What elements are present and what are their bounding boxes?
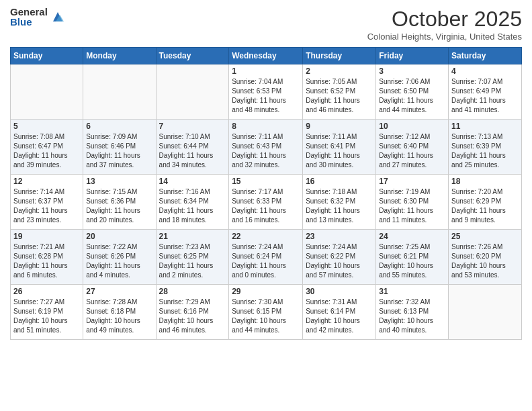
day-cell: 7Sunrise: 7:10 AM Sunset: 6:44 PM Daylig… <box>156 120 229 175</box>
day-cell: 16Sunrise: 7:18 AM Sunset: 6:32 PM Dayli… <box>303 175 376 230</box>
day-info: Sunrise: 7:16 AM Sunset: 6:34 PM Dayligh… <box>159 187 226 225</box>
day-info: Sunrise: 7:29 AM Sunset: 6:16 PM Dayligh… <box>159 298 226 335</box>
day-number: 12 <box>13 177 80 186</box>
day-cell: 31Sunrise: 7:32 AM Sunset: 6:13 PM Dayli… <box>376 285 449 340</box>
day-number: 14 <box>159 177 226 186</box>
day-number: 23 <box>306 232 373 241</box>
day-number: 16 <box>306 177 373 186</box>
day-number: 6 <box>86 122 152 131</box>
day-number: 5 <box>13 122 80 131</box>
col-tuesday: Tuesday <box>156 48 229 64</box>
day-cell: 19Sunrise: 7:21 AM Sunset: 6:28 PM Dayli… <box>11 230 83 285</box>
day-number: 30 <box>306 287 373 296</box>
calendar-table: Sunday Monday Tuesday Wednesday Thursday… <box>10 47 522 340</box>
day-cell: 24Sunrise: 7:25 AM Sunset: 6:21 PM Dayli… <box>376 230 449 285</box>
day-cell: 22Sunrise: 7:24 AM Sunset: 6:24 PM Dayli… <box>229 230 303 285</box>
day-cell: 30Sunrise: 7:31 AM Sunset: 6:14 PM Dayli… <box>303 285 376 340</box>
day-number: 26 <box>13 287 80 296</box>
day-info: Sunrise: 7:30 AM Sunset: 6:15 PM Dayligh… <box>232 298 300 335</box>
day-info: Sunrise: 7:18 AM Sunset: 6:32 PM Dayligh… <box>306 187 373 225</box>
day-cell: 13Sunrise: 7:15 AM Sunset: 6:36 PM Dayli… <box>83 175 156 230</box>
week-row-1: 5Sunrise: 7:08 AM Sunset: 6:47 PM Daylig… <box>11 120 522 175</box>
day-cell <box>156 64 229 120</box>
day-number: 21 <box>159 232 226 241</box>
day-cell: 18Sunrise: 7:20 AM Sunset: 6:29 PM Dayli… <box>449 175 522 230</box>
day-info: Sunrise: 7:08 AM Sunset: 6:47 PM Dayligh… <box>13 132 80 170</box>
day-cell: 3Sunrise: 7:06 AM Sunset: 6:50 PM Daylig… <box>376 64 449 120</box>
day-cell: 29Sunrise: 7:30 AM Sunset: 6:15 PM Dayli… <box>229 285 303 340</box>
day-info: Sunrise: 7:24 AM Sunset: 6:22 PM Dayligh… <box>306 242 373 280</box>
day-info: Sunrise: 7:28 AM Sunset: 6:18 PM Dayligh… <box>86 298 152 335</box>
day-info: Sunrise: 7:17 AM Sunset: 6:33 PM Dayligh… <box>232 187 300 225</box>
day-number: 31 <box>379 287 445 296</box>
week-row-2: 12Sunrise: 7:14 AM Sunset: 6:37 PM Dayli… <box>11 175 522 230</box>
day-cell: 11Sunrise: 7:13 AM Sunset: 6:39 PM Dayli… <box>449 120 522 175</box>
day-cell: 21Sunrise: 7:23 AM Sunset: 6:25 PM Dayli… <box>156 230 229 285</box>
day-info: Sunrise: 7:14 AM Sunset: 6:37 PM Dayligh… <box>13 187 80 225</box>
day-cell <box>11 64 83 120</box>
day-info: Sunrise: 7:15 AM Sunset: 6:36 PM Dayligh… <box>86 187 152 225</box>
day-info: Sunrise: 7:06 AM Sunset: 6:50 PM Dayligh… <box>379 77 445 115</box>
day-number: 10 <box>379 122 445 131</box>
day-info: Sunrise: 7:09 AM Sunset: 6:46 PM Dayligh… <box>86 132 152 170</box>
header-row: Sunday Monday Tuesday Wednesday Thursday… <box>11 48 522 64</box>
col-wednesday: Wednesday <box>229 48 303 64</box>
logo-text: General Blue <box>10 7 48 27</box>
day-number: 4 <box>451 66 519 76</box>
day-cell: 20Sunrise: 7:22 AM Sunset: 6:26 PM Dayli… <box>83 230 156 285</box>
day-number: 19 <box>13 232 80 241</box>
day-info: Sunrise: 7:19 AM Sunset: 6:30 PM Dayligh… <box>379 187 445 225</box>
day-info: Sunrise: 7:31 AM Sunset: 6:14 PM Dayligh… <box>306 298 373 335</box>
day-cell: 23Sunrise: 7:24 AM Sunset: 6:22 PM Dayli… <box>303 230 376 285</box>
day-info: Sunrise: 7:13 AM Sunset: 6:39 PM Dayligh… <box>451 132 519 170</box>
day-cell: 17Sunrise: 7:19 AM Sunset: 6:30 PM Dayli… <box>376 175 449 230</box>
day-cell: 9Sunrise: 7:11 AM Sunset: 6:41 PM Daylig… <box>303 120 376 175</box>
day-info: Sunrise: 7:24 AM Sunset: 6:24 PM Dayligh… <box>232 242 300 280</box>
day-cell: 6Sunrise: 7:09 AM Sunset: 6:46 PM Daylig… <box>83 120 156 175</box>
day-number: 28 <box>159 287 226 296</box>
week-row-0: 1Sunrise: 7:04 AM Sunset: 6:53 PM Daylig… <box>11 64 522 120</box>
week-row-3: 19Sunrise: 7:21 AM Sunset: 6:28 PM Dayli… <box>11 230 522 285</box>
week-row-4: 26Sunrise: 7:27 AM Sunset: 6:19 PM Dayli… <box>11 285 522 340</box>
logo: General Blue <box>10 7 65 27</box>
day-number: 3 <box>379 66 445 76</box>
col-monday: Monday <box>83 48 156 64</box>
day-number: 22 <box>232 232 300 241</box>
day-number: 15 <box>232 177 300 186</box>
day-cell: 1Sunrise: 7:04 AM Sunset: 6:53 PM Daylig… <box>229 64 303 120</box>
day-info: Sunrise: 7:27 AM Sunset: 6:19 PM Dayligh… <box>13 298 80 335</box>
day-number: 29 <box>232 287 300 296</box>
month-title: October 2025 <box>367 7 522 32</box>
day-info: Sunrise: 7:21 AM Sunset: 6:28 PM Dayligh… <box>13 242 80 280</box>
day-number: 27 <box>86 287 152 296</box>
col-saturday: Saturday <box>449 48 522 64</box>
day-info: Sunrise: 7:26 AM Sunset: 6:20 PM Dayligh… <box>451 242 519 280</box>
col-friday: Friday <box>376 48 449 64</box>
day-number: 1 <box>232 66 300 76</box>
day-info: Sunrise: 7:04 AM Sunset: 6:53 PM Dayligh… <box>232 77 300 115</box>
day-info: Sunrise: 7:05 AM Sunset: 6:52 PM Dayligh… <box>306 77 373 115</box>
day-number: 18 <box>451 177 519 186</box>
day-number: 24 <box>379 232 445 241</box>
day-number: 9 <box>306 122 373 131</box>
day-cell: 2Sunrise: 7:05 AM Sunset: 6:52 PM Daylig… <box>303 64 376 120</box>
day-cell: 4Sunrise: 7:07 AM Sunset: 6:49 PM Daylig… <box>449 64 522 120</box>
day-info: Sunrise: 7:20 AM Sunset: 6:29 PM Dayligh… <box>451 187 519 225</box>
day-info: Sunrise: 7:12 AM Sunset: 6:40 PM Dayligh… <box>379 132 445 170</box>
day-cell: 5Sunrise: 7:08 AM Sunset: 6:47 PM Daylig… <box>11 120 83 175</box>
day-cell: 14Sunrise: 7:16 AM Sunset: 6:34 PM Dayli… <box>156 175 229 230</box>
header: General Blue October 2025 Colonial Heigh… <box>10 7 522 42</box>
day-number: 8 <box>232 122 300 131</box>
page: General Blue October 2025 Colonial Heigh… <box>0 0 532 411</box>
day-cell: 25Sunrise: 7:26 AM Sunset: 6:20 PM Dayli… <box>449 230 522 285</box>
day-number: 7 <box>159 122 226 131</box>
title-block: October 2025 Colonial Heights, Virginia,… <box>367 7 522 42</box>
day-cell: 26Sunrise: 7:27 AM Sunset: 6:19 PM Dayli… <box>11 285 83 340</box>
day-info: Sunrise: 7:25 AM Sunset: 6:21 PM Dayligh… <box>379 242 445 280</box>
day-number: 17 <box>379 177 445 186</box>
col-sunday: Sunday <box>11 48 83 64</box>
day-cell: 27Sunrise: 7:28 AM Sunset: 6:18 PM Dayli… <box>83 285 156 340</box>
location: Colonial Heights, Virginia, United State… <box>367 32 522 42</box>
day-number: 20 <box>86 232 152 241</box>
col-thursday: Thursday <box>303 48 376 64</box>
